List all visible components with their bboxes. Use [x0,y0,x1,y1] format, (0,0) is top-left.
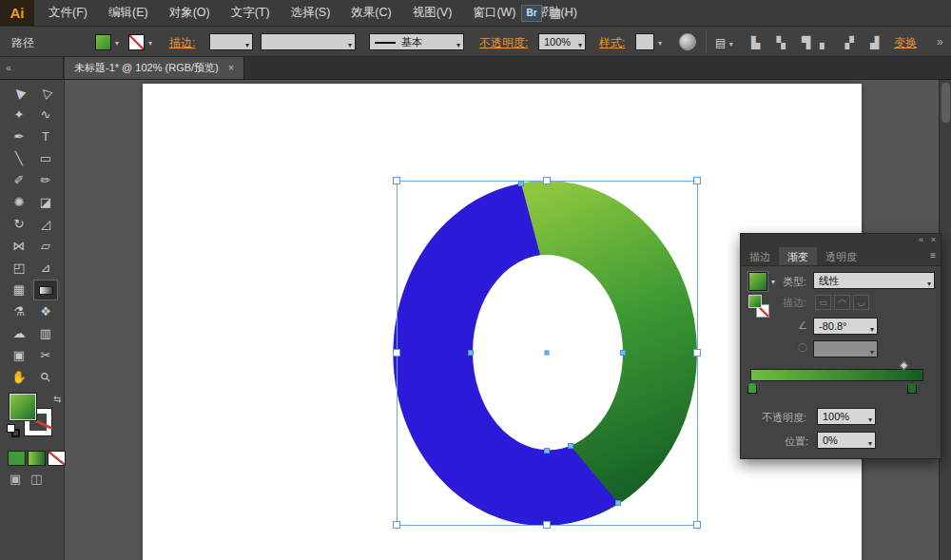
close-icon[interactable]: × [228,57,234,79]
gradient-tool[interactable] [33,280,58,300]
line-segment-tool[interactable]: ╲ [7,148,31,169]
pen-tool[interactable]: ✒ [7,126,31,147]
workspace: ▶ ▷ ✦ ∿ ✒ T ╲ ▭ ✐ ✏ ✺ ◪ ↻ ◿ ⋈ ▱ ◰ ⊿ ▦ ⚗ … [0,80,951,560]
gradient-within-stroke-button[interactable]: ▭ [815,295,831,310]
style-swatch[interactable] [635,33,654,50]
magic-wand-tool[interactable]: ✦ [7,105,31,126]
style-caret-icon[interactable]: ▾ [658,39,662,48]
artboard-tool[interactable]: ▣ [7,345,31,366]
gradient-slider-bar[interactable] [750,369,923,381]
stroke-profile-dropdown[interactable]: ▾ [261,33,356,50]
bridge-button[interactable]: Br [521,5,542,22]
align-flyout-button[interactable]: ▤ ▾ [715,34,733,53]
perspective-grid-tool[interactable]: ⊿ [33,258,58,279]
stroke-color-caret-icon[interactable]: ▾ [148,39,152,48]
panel-title-bar: « × [741,234,941,247]
rotate-tool[interactable]: ↻ [7,214,31,235]
toolbar-collapse-button[interactable]: « [0,57,64,79]
type-tool[interactable]: T [33,126,58,147]
hand-tool[interactable]: ✋ [7,367,31,388]
gradient-type-dropdown[interactable]: 线性 ▾ [813,272,935,289]
stroke-width-dropdown[interactable]: ▾ [209,33,253,50]
gradient-along-stroke-button[interactable]: ◠ [834,295,850,310]
chevron-down-icon: ▾ [729,40,733,48]
overflow-chevron-icon[interactable]: » [937,33,943,50]
blob-brush-tool[interactable]: ✺ [7,192,31,213]
stroke-color-swatch[interactable] [128,34,145,50]
menu-file[interactable]: 文件(F) [38,0,98,26]
brush-definition-dropdown[interactable]: 基本 ▾ [369,33,464,50]
gradient-swatch-caret-icon[interactable]: ▾ [771,278,775,286]
align-objects-icons[interactable]: ▙ ▚ ▜ [751,34,817,51]
menu-effect[interactable]: 效果(C) [340,0,401,26]
symbol-sprayer-tool[interactable]: ☁ [7,323,31,344]
gradient-angle-value: -80.8° [819,320,846,332]
stroke-panel-link[interactable]: 描边: [169,34,195,51]
transform-panel-link[interactable]: 变换 [894,34,917,51]
panel-menu-icon[interactable]: ≡ [930,250,936,261]
recolor-artwork-icon[interactable] [679,33,696,50]
gradient-across-stroke-button[interactable]: ◡ [853,295,869,310]
menu-view[interactable]: 视图(V) [402,0,463,26]
stop-position-dropdown[interactable]: 0% ▾ [817,432,876,449]
illustrator-logo-icon: Ai [0,0,34,26]
mesh-tool[interactable]: ▦ [7,280,31,300]
fill-color-swatch[interactable] [95,34,111,50]
shape-builder-tool[interactable]: ◰ [7,258,31,279]
distribute-objects-icons[interactable]: ▖ ▞ ▟ [820,34,885,51]
arrange-documents-button[interactable]: ▦▾ [550,5,568,24]
tab-transparency[interactable]: 透明度 [817,247,865,265]
paint-gradient-button[interactable] [28,451,46,466]
rectangle-tool[interactable]: ▭ [33,148,58,169]
swap-fill-stroke-icon[interactable]: ⇆ [53,394,61,404]
panel-collapse-icon[interactable]: « [919,235,923,244]
blend-tool[interactable]: ❖ [33,301,58,322]
stop-position-value: 0% [823,434,838,446]
menu-edit[interactable]: 编辑(E) [98,0,159,26]
stroke-options-label: 描边: [783,294,806,311]
aspect-ratio-icon: ◯ [798,342,807,352]
chevron-down-icon: ▾ [870,345,874,360]
menu-object[interactable]: 对象(O) [159,0,221,26]
drawing-mode-normal-icon[interactable]: ▣ [10,472,21,486]
stop-opacity-dropdown[interactable]: 100% ▾ [817,408,876,425]
default-fill-stroke-icon[interactable] [7,424,15,433]
opacity-value: 100% [544,36,571,48]
lasso-tool[interactable]: ∿ [33,105,58,126]
fill-proxy-swatch[interactable] [10,394,36,420]
divider [706,30,707,53]
scrollbar-thumb[interactable] [941,83,950,123]
document-tab[interactable]: 未标题-1* @ 102% (RGB/预览) × [65,57,244,79]
opacity-panel-link[interactable]: 不透明度: [479,34,528,51]
basic-brush-stroke-icon [375,42,396,44]
paint-color-button[interactable] [8,451,26,466]
eyedropper-tool[interactable]: ⚗ [7,301,31,322]
eraser-tool[interactable]: ◪ [33,192,58,213]
mini-fill-proxy[interactable] [748,295,762,308]
gradient-angle-dropdown[interactable]: -80.8° ▾ [813,318,878,335]
paintbrush-tool[interactable]: ✐ [7,170,31,191]
menu-type[interactable]: 文字(T) [221,0,281,26]
tab-stroke[interactable]: 描边 [741,247,779,265]
chevron-down-icon: ▾ [578,38,582,53]
panel-close-icon[interactable]: × [931,235,936,244]
gradient-stop-left[interactable] [747,382,757,394]
style-panel-link[interactable]: 样式: [599,34,625,51]
gradient-preview-swatch[interactable] [748,272,767,291]
scale-tool[interactable]: ◿ [33,214,58,235]
menu-window[interactable]: 窗口(W) [462,0,526,26]
opacity-dropdown[interactable]: 100% ▾ [538,33,586,50]
gradient-stop-right[interactable] [907,382,917,394]
free-transform-tool[interactable]: ▱ [33,236,58,257]
drawing-mode-behind-icon[interactable]: ◫ [30,472,42,486]
gradient-tool-icon [39,286,53,295]
panel-tabs: 描边 渐变 透明度 [741,247,941,266]
width-tool[interactable]: ⋈ [7,236,31,257]
pencil-tool[interactable]: ✏ [33,170,58,191]
column-graph-tool[interactable]: ▥ [33,323,58,344]
menu-select[interactable]: 选择(S) [281,0,341,26]
fill-color-caret-icon[interactable]: ▾ [115,39,119,48]
paint-none-button[interactable] [48,451,66,466]
zoom-tool[interactable]: ⚲ [29,361,62,394]
tab-gradient[interactable]: 渐变 [779,247,817,265]
